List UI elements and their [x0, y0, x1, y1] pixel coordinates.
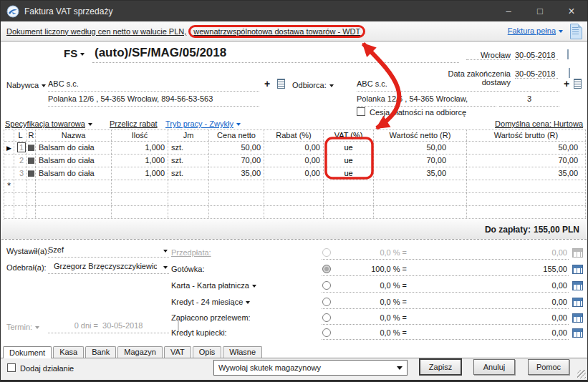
wdt-highlight[interactable]: wewnatrzwspólnotowa dostawa towarów - WD… — [188, 25, 365, 38]
item-qty[interactable]: 1,000 — [112, 155, 168, 167]
item-vat[interactable]: ue — [324, 142, 374, 154]
payment-label-dropdown[interactable]: Kredyt - 24 miesiące — [171, 298, 250, 306]
spec-dropdown[interactable]: Specyfikacja towarowa — [5, 119, 92, 128]
item-gross-value[interactable]: 50,00 — [467, 142, 586, 154]
item-net-value[interactable]: 35,00 — [374, 167, 467, 180]
item-net-value[interactable]: 50,00 — [374, 142, 467, 154]
receiver-dropdown[interactable]: Odbiorca: — [292, 81, 334, 89]
table-row[interactable]: ▶ 1 Balsam do ciała 1,000 szt. 50,00 0,0… — [4, 142, 586, 155]
item-name[interactable]: Balsam do ciała — [36, 155, 112, 167]
item-gross-value[interactable]: 35,00 — [467, 167, 586, 180]
resize-grip[interactable] — [577, 370, 586, 378]
doc-type-dropdown[interactable]: FS — [64, 47, 85, 59]
item-qty[interactable]: 1,000 — [112, 142, 168, 154]
col-gross-value[interactable]: Wartość brutto (R) — [467, 130, 586, 141]
item-qty[interactable]: 1,000 — [112, 167, 168, 180]
new-item-row[interactable]: * — [4, 180, 586, 193]
item-unit[interactable]: szt. — [168, 167, 209, 180]
table-row[interactable]: 2 Balsam do ciała 1,000 szt. 70,00 0,00 … — [4, 155, 586, 167]
calendar-icon[interactable] — [569, 68, 570, 78]
receiver-name-field[interactable]: ABC s.c. — [357, 79, 559, 92]
recalc-discount-link[interactable]: Przelicz rabat — [110, 119, 158, 128]
buyer-address-field[interactable]: Polanka 12/6 , 54-365 Wrocław, 894-56-53… — [48, 94, 259, 107]
default-price-link[interactable]: Domyślna cena: Hurtowa — [495, 119, 583, 128]
calculator-icon[interactable] — [572, 313, 583, 323]
item-net-value[interactable]: 70,00 — [374, 155, 467, 167]
calculator-icon[interactable] — [572, 298, 583, 307]
col-unit[interactable]: Jm — [168, 130, 209, 141]
payment-amount[interactable]: 0,00 — [466, 313, 567, 322]
minimize-icon[interactable]: – — [493, 1, 524, 21]
payment-percent[interactable]: 0,0 % = — [330, 298, 407, 306]
tab-kasa[interactable]: Kasa — [53, 346, 84, 358]
pricing-mode-link[interactable]: Dokument liczony według cen netto w walu… — [6, 27, 186, 36]
calendar-icon[interactable] — [567, 49, 569, 59]
buyer-list-icon[interactable] — [277, 79, 285, 89]
tab-dokument[interactable]: Dokument — [3, 346, 52, 358]
payment-label[interactable]: Przedpłata: — [171, 248, 211, 257]
item-discount[interactable]: 0,00 — [264, 167, 324, 180]
save-button[interactable]: Zapisz — [420, 359, 461, 375]
close-icon[interactable]: × — [556, 1, 587, 21]
city-field[interactable]: Wrocław — [466, 51, 511, 60]
item-discount[interactable]: 0,00 — [264, 155, 324, 167]
table-row[interactable]: 3 Balsam do ciała 1,000 szt. 35,00 0,00 … — [4, 167, 586, 180]
payment-percent[interactable]: 0,0 % = — [330, 313, 407, 322]
item-net-price[interactable]: 35,00 — [209, 167, 264, 180]
payment-amount[interactable]: 0,00 — [466, 328, 567, 337]
item-net-price[interactable]: 70,00 — [209, 155, 264, 167]
item-unit[interactable]: szt. — [168, 155, 209, 167]
help-button[interactable]: Pomoc — [528, 359, 569, 375]
col-l[interactable]: L — [14, 130, 27, 141]
add-receiver-icon[interactable]: + — [564, 78, 569, 89]
item-vat[interactable]: ue — [324, 155, 374, 167]
cancel-button[interactable]: Anuluj — [473, 359, 515, 375]
tab-wlasne[interactable]: Własne — [223, 346, 262, 358]
payment-label[interactable]: Gotówka: — [171, 265, 204, 273]
payment-percent[interactable]: 0,0 % = — [330, 248, 407, 257]
tab-opis[interactable]: Opis — [193, 346, 222, 358]
col-name[interactable]: Nazwa — [36, 130, 112, 141]
work-mode-dropdown[interactable]: Tryb pracy - Zwykły — [165, 119, 241, 128]
calculator-icon[interactable] — [572, 265, 583, 274]
payment-percent[interactable]: 0,0 % = — [330, 281, 407, 290]
item-net-price[interactable]: 50,00 — [209, 142, 264, 154]
full-invoice-link[interactable]: Faktura pełna — [508, 26, 563, 35]
tab-vat[interactable]: VAT — [164, 346, 191, 358]
item-name[interactable]: Balsam do ciała — [36, 142, 112, 154]
payment-amount[interactable]: 0,00 — [466, 298, 567, 306]
receiver-list-icon[interactable] — [574, 79, 582, 89]
payment-amount[interactable]: 0,00 — [466, 248, 567, 257]
item-unit[interactable]: szt. — [168, 142, 209, 154]
col-icon[interactable]: R — [27, 130, 36, 141]
buyer-name-field[interactable]: ABC s.c. — [48, 79, 259, 92]
add-action-checkbox[interactable] — [7, 363, 16, 372]
col-discount[interactable]: Rabat (%) — [264, 130, 324, 141]
maximize-icon[interactable]: □ — [524, 1, 556, 21]
payment-percent[interactable]: 0,0 % = — [330, 328, 407, 337]
receiver-address-field[interactable]: Polanka 12/6 , 54-365 Wrocław, — [357, 94, 496, 107]
tab-magazyn[interactable]: Magazyn — [117, 346, 163, 358]
tab-bank[interactable]: Bank — [85, 346, 116, 358]
col-vat[interactable]: VAT (%) — [324, 130, 374, 141]
col-qty[interactable]: Ilość — [112, 130, 168, 141]
payment-label[interactable]: Zapłacono przelewem: — [171, 313, 251, 322]
payment-label[interactable]: Kredyt kupiecki: — [171, 328, 227, 337]
payment-amount[interactable]: 0,00 — [466, 281, 567, 290]
buyer-dropdown[interactable]: Nabywca — [6, 81, 46, 89]
col-net-value[interactable]: Wartość netto (R) — [374, 130, 467, 141]
warehouse-effect-select[interactable]: Wywołaj skutek magazynowy — [213, 360, 408, 376]
issue-date-field[interactable]: 30-05-2018 — [515, 51, 558, 60]
receiver-address2-field[interactable]: 3 — [499, 94, 559, 107]
calculator-icon[interactable] — [572, 281, 583, 290]
add-buyer-icon[interactable]: + — [264, 78, 270, 89]
document-icon[interactable] — [570, 24, 582, 39]
item-gross-value[interactable]: 70,00 — [467, 155, 586, 167]
payment-percent[interactable]: 100,0 % = — [330, 265, 407, 273]
col-net-price[interactable]: Cena netto — [209, 130, 264, 141]
item-name[interactable]: Balsam do ciała — [36, 167, 112, 180]
delivery-date-field[interactable]: 30-05-2018 — [515, 69, 558, 79]
calculator-icon[interactable] — [572, 328, 583, 338]
payment-amount[interactable]: 155,00 — [466, 265, 567, 273]
item-vat[interactable]: ue — [324, 167, 374, 180]
